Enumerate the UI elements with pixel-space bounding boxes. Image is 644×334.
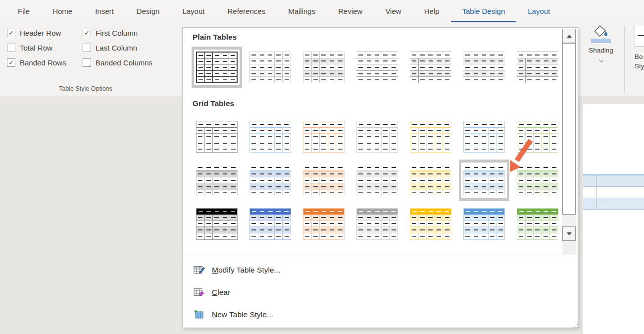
- checkbox-banded-rows[interactable]: ✓ Banded Rows: [7, 58, 83, 67]
- grid-tables-row-1: [192, 116, 560, 158]
- table-style-preview: [194, 163, 240, 198]
- table-style-grid-tables-row-3-item-7[interactable]: [512, 203, 560, 245]
- shading-label: Shading: [589, 47, 613, 54]
- menu-item-modify-table-style[interactable]: Modify Table Style...: [183, 259, 578, 281]
- table-style-preview: [248, 206, 293, 242]
- table-style-preview: [515, 206, 560, 242]
- group-divider: [624, 25, 625, 94]
- checkbox-banded-columns[interactable]: Banded Columns: [83, 58, 152, 67]
- table-style-plain-tables-item-7[interactable]: [512, 47, 560, 88]
- table-style-preview: [461, 50, 507, 85]
- gallery-scrollbar[interactable]: [562, 29, 576, 255]
- table-style-grid-tables-row-2-item-1[interactable]: [192, 160, 242, 201]
- tab-view[interactable]: View: [374, 0, 412, 22]
- border-styles-button[interactable]: Bo Sty: [635, 25, 644, 70]
- chevron-down-icon: [599, 58, 603, 62]
- table-style-grid-tables-row-1-item-1[interactable]: [192, 116, 242, 158]
- table-style-grid-tables-row-2-item-3[interactable]: [298, 160, 349, 201]
- table-style-preview: [515, 119, 560, 155]
- table-style-grid-tables-row-1-item-4[interactable]: [352, 116, 402, 158]
- border-style-preview: [635, 25, 644, 47]
- table-style-grid-tables-row-2-item-2[interactable]: [245, 160, 296, 201]
- menu-item-clear[interactable]: Clear: [183, 281, 578, 303]
- table-style-grid-tables-row-2-item-4[interactable]: [352, 160, 402, 201]
- table-style-preview: [248, 119, 293, 155]
- table-style-plain-tables-item-3[interactable]: [298, 47, 349, 88]
- paint-bucket-icon: [594, 25, 608, 38]
- table-style-grid-tables-row-2-item-7[interactable]: [512, 160, 560, 201]
- table-style-preview: [408, 50, 453, 85]
- plain-tables-row: [192, 47, 560, 88]
- checkbox-label: First Column: [96, 29, 138, 37]
- tab-design[interactable]: Design: [125, 0, 171, 22]
- shading-button[interactable]: Shading: [586, 25, 616, 94]
- gallery-menu: Modify Table Style... Clear New Table St…: [183, 256, 578, 328]
- menu-label: Modify Table Style...: [212, 266, 280, 275]
- tab-home[interactable]: Home: [41, 0, 84, 22]
- table-style-preview: [354, 119, 400, 155]
- table-style-grid-tables-row-1-item-7[interactable]: [512, 116, 560, 158]
- modify-table-style-icon: [194, 265, 205, 276]
- document-page: [583, 104, 644, 334]
- table-style-options-group: ✓ Header Row Total Row ✓ Banded Rows ✓ F…: [0, 22, 177, 96]
- tab-table-design[interactable]: Table Design: [451, 0, 517, 22]
- tab-layout[interactable]: Layout: [171, 0, 216, 22]
- resize-grip[interactable]: [574, 324, 575, 325]
- checkbox-last-column[interactable]: Last Column: [83, 44, 152, 52]
- section-title-plain-tables: Plain Tables: [193, 33, 560, 42]
- table-style-preview: [408, 206, 453, 242]
- checkbox-label: Banded Rows: [20, 58, 66, 67]
- tab-mailings[interactable]: Mailings: [277, 0, 327, 22]
- table-style-grid-tables-row-3-item-1[interactable]: [192, 203, 242, 245]
- menu-label: New Table Style...: [212, 310, 273, 319]
- checkbox-total-row[interactable]: Total Row: [7, 44, 83, 52]
- table-style-grid-tables-row-3-item-2[interactable]: [245, 203, 296, 245]
- table-style-preview: [354, 206, 400, 242]
- table-style-preview: [461, 163, 507, 198]
- tab-file[interactable]: File: [6, 0, 41, 22]
- checkbox-label: Header Row: [20, 29, 61, 37]
- table-style-grid-tables-row-1-item-5[interactable]: [405, 116, 456, 158]
- scroll-down-button[interactable]: [562, 226, 576, 241]
- table-style-preview: [248, 163, 293, 198]
- table-style-preview: [354, 163, 400, 198]
- table-preview-header-row: [583, 175, 644, 187]
- scrollbar-thumb[interactable]: [562, 43, 576, 215]
- grid-tables-row-3: [192, 203, 560, 245]
- table-style-preview: [301, 206, 347, 242]
- scroll-up-button[interactable]: [562, 29, 576, 43]
- tab-help[interactable]: Help: [413, 0, 451, 22]
- group-label-table-style-options: Table Style Options: [0, 85, 171, 92]
- table-style-plain-tables-item-2[interactable]: [245, 47, 296, 88]
- table-style-grid-tables-row-3-item-3[interactable]: [298, 203, 349, 245]
- tab-table-layout[interactable]: Layout: [516, 0, 561, 22]
- table-style-grid-tables-row-1-item-2[interactable]: [245, 116, 296, 158]
- tab-review[interactable]: Review: [327, 0, 374, 22]
- tab-references[interactable]: References: [216, 0, 277, 22]
- table-preview-row: [583, 187, 644, 198]
- table-style-plain-tables-item-6[interactable]: [459, 47, 509, 88]
- table-preview-row: [583, 198, 644, 210]
- table-style-grid-tables-row-3-item-4[interactable]: [352, 203, 402, 245]
- table-style-grid-tables-row-1-item-6[interactable]: [459, 116, 509, 158]
- checkbox-first-column[interactable]: ✓ First Column: [83, 29, 152, 37]
- shading-color-bar: [591, 39, 611, 43]
- table-style-plain-tables-item-1-selected[interactable]: [192, 47, 242, 88]
- table-style-plain-tables-item-5[interactable]: [405, 47, 456, 88]
- menu-item-new-table-style[interactable]: New Table Style...: [183, 303, 578, 326]
- check-icon: ✓: [8, 59, 14, 66]
- table-style-preview: [194, 50, 240, 85]
- clear-table-style-icon: [194, 287, 205, 298]
- checkbox-header-row[interactable]: ✓ Header Row: [7, 29, 83, 37]
- table-style-grid-tables-row-2-item-5[interactable]: [405, 160, 456, 201]
- table-style-grid-tables-row-3-item-6[interactable]: [459, 203, 509, 245]
- table-style-grid-tables-row-1-item-3[interactable]: [298, 116, 349, 158]
- table-style-plain-tables-item-4[interactable]: [352, 47, 402, 88]
- table-preview-column-border: [596, 175, 597, 210]
- tab-insert[interactable]: Insert: [84, 0, 125, 22]
- table-style-grid-tables-row-2-item-6-highlighted[interactable]: [459, 160, 509, 201]
- table-style-grid-tables-row-3-item-5[interactable]: [405, 203, 456, 245]
- checkbox-label: Last Column: [96, 44, 137, 52]
- check-icon: ✓: [8, 30, 14, 36]
- checkbox-label: Banded Columns: [96, 58, 152, 67]
